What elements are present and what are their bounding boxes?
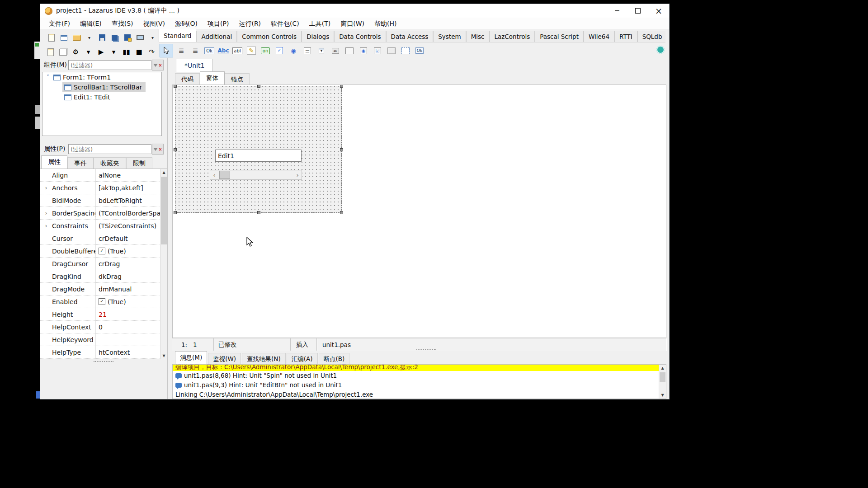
property-expand-icon[interactable] [40, 248, 52, 254]
property-value[interactable]: [akTop,akLeft] [99, 184, 143, 192]
property-value[interactable]: htContext [99, 349, 130, 356]
scrollbar-left-arrow-icon[interactable]: ‹ [210, 172, 218, 178]
messages-scrollbar[interactable]: ▲ ▼ [659, 365, 666, 399]
property-value[interactable]: (TControlBorderSpa [99, 210, 160, 217]
component-tlistbox[interactable]: ☰ [302, 45, 313, 56]
component-tpopupmenu[interactable]: ≣ [189, 45, 201, 56]
property-value[interactable]: (True) [108, 298, 126, 305]
property-row[interactable]: HelpContext 0 [40, 321, 167, 333]
palette-tab[interactable]: System [433, 31, 466, 42]
inspector-splitter[interactable] [40, 135, 167, 142]
property-value[interactable]: alNone [99, 172, 121, 179]
menu-item[interactable]: 文件(F) [44, 18, 75, 29]
component-tcombobox[interactable]: ▾ [316, 45, 327, 56]
menu-item[interactable]: 查找(S) [107, 18, 138, 29]
property-value[interactable]: (True) [108, 248, 126, 255]
menu-item[interactable]: 窗口(W) [335, 18, 369, 29]
property-row[interactable]: Constraints (TSizeConstraints) [40, 220, 167, 232]
toggle-form-unit-caret[interactable]: ▾ [147, 32, 158, 43]
inspector-tab[interactable]: 属性 [41, 155, 67, 169]
scrollbar-thumb[interactable] [219, 171, 230, 179]
component-tlabel[interactable]: Abc [217, 45, 229, 56]
selection-handle[interactable] [174, 84, 177, 88]
selection-handle[interactable] [340, 148, 343, 151]
selection-handle[interactable] [340, 84, 343, 88]
property-value[interactable]: bdLeftToRight [99, 197, 142, 204]
property-value[interactable]: 21 [99, 311, 107, 318]
property-row[interactable]: HelpKeyword [40, 333, 167, 346]
scrollbar-thumb[interactable] [161, 177, 167, 244]
component-tcheckbox[interactable]: ✓ [274, 45, 285, 56]
property-value[interactable]: crDrag [99, 260, 120, 267]
messages-tab[interactable]: 消息(M) [175, 351, 207, 364]
component-tframe[interactable] [400, 45, 411, 56]
inspector-tab[interactable]: 限制 [126, 157, 152, 169]
property-row[interactable]: DragCursor crDrag [40, 258, 167, 270]
palette-tab[interactable]: Standard [159, 29, 196, 42]
component-tactionlist[interactable]: Ok [414, 45, 425, 56]
minimize-button[interactable]: ─ [607, 4, 627, 18]
inspector-tab[interactable]: 收藏夹 [94, 157, 126, 169]
component-tmainmenu[interactable]: ≣ [175, 45, 187, 56]
inspector-tab[interactable]: 事件 [67, 157, 94, 169]
form-designer-canvas[interactable]: Edit1 ‹ › [172, 84, 666, 338]
menu-item[interactable]: 帮助(H) [369, 18, 401, 29]
message-line[interactable]: 编译项目，目标：C:\Users\Administrator\AppData\L… [173, 365, 666, 371]
menu-item[interactable]: 视图(V) [138, 18, 170, 29]
open-caret[interactable]: ▾ [84, 32, 95, 43]
tree-expand-icon[interactable]: ˅ [44, 74, 52, 80]
view-forms-button[interactable] [57, 47, 69, 58]
property-expand-icon[interactable] [40, 286, 52, 292]
scrollbar-thumb[interactable] [660, 372, 665, 382]
splitter-grip[interactable] [416, 349, 436, 350]
menu-item[interactable]: 运行(R) [234, 18, 266, 29]
property-row[interactable]: Enabled (True) [40, 296, 167, 308]
pause-button[interactable]: ▮▮ [121, 47, 132, 58]
property-row[interactable]: BidiMode bdLeftToRight [40, 194, 167, 207]
component-tedit[interactable]: abI [231, 45, 243, 56]
component-tradiogroup[interactable]: ◉ [358, 45, 369, 56]
property-row[interactable]: Anchors [akTop,akLeft] [40, 182, 167, 194]
build-caret[interactable]: ▾ [83, 47, 94, 58]
components-filter-input[interactable] [68, 60, 151, 70]
property-row[interactable]: HelpType htContext [40, 346, 167, 359]
property-value[interactable]: (TSizeConstraints) [99, 222, 156, 230]
property-row[interactable]: Cursor crDefault [40, 232, 167, 245]
component-tscrollbar[interactable]: ◂▸ [330, 45, 341, 56]
property-expand-icon[interactable] [40, 197, 52, 204]
stop-button[interactable]: ■ [133, 47, 145, 58]
property-row[interactable]: DoubleBuffere (True) [40, 245, 167, 258]
palette-tab[interactable]: LazControls [490, 31, 535, 42]
run-caret[interactable]: ▾ [108, 47, 119, 58]
property-row[interactable]: Height 21 [40, 308, 167, 321]
form-design-surface[interactable]: Edit1 ‹ › [175, 86, 342, 213]
property-expand-icon[interactable] [40, 172, 52, 178]
menu-item[interactable]: 工具(T) [304, 18, 335, 29]
property-checkbox[interactable] [99, 298, 105, 305]
scroll-down-icon[interactable]: ▼ [659, 392, 666, 399]
property-row[interactable]: DragKind dkDrag [40, 270, 167, 283]
selection-handle[interactable] [174, 211, 177, 214]
property-expand-icon[interactable] [40, 311, 52, 318]
property-value[interactable]: 0 [99, 324, 103, 331]
scroll-up-icon[interactable]: ▲ [659, 365, 666, 371]
property-value[interactable]: dmManual [99, 286, 132, 293]
component-ttogglebox[interactable]: on [259, 45, 271, 56]
select-tool-button[interactable] [160, 44, 173, 57]
property-expand-icon[interactable] [40, 298, 52, 305]
close-button[interactable]: × [648, 4, 669, 18]
scroll-up-icon[interactable]: ▲ [160, 169, 167, 176]
palette-tab[interactable]: RTTI [614, 31, 637, 42]
property-grid-scrollbar[interactable]: ▲ ▼ [160, 169, 167, 359]
component-tmemo[interactable]: ✎ [245, 45, 257, 56]
selection-handle[interactable] [340, 211, 343, 214]
new-unit-button[interactable] [46, 32, 57, 43]
property-value[interactable]: crDefault [99, 235, 128, 242]
designer-view-tab[interactable]: 锚点 [225, 73, 250, 84]
component-tree-item[interactable]: ˅ Edit1: TEdit [42, 92, 161, 102]
property-expand-icon[interactable] [40, 210, 52, 216]
build-button[interactable]: ⚙ [70, 47, 81, 58]
step-over-button[interactable]: ↷ [146, 47, 157, 58]
palette-tab[interactable]: Pascal Script [535, 31, 584, 42]
designer-view-tab[interactable]: 代码 [175, 73, 200, 84]
